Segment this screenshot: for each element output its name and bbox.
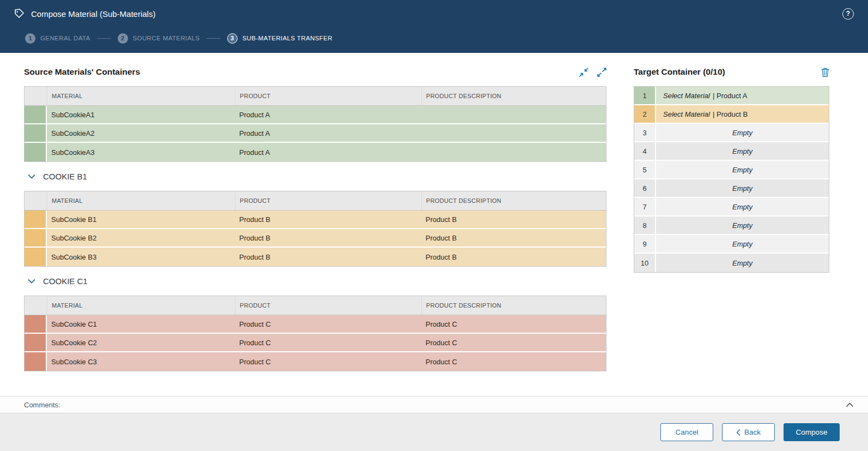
group-header-cookie-c1[interactable]: COOKIE C1	[24, 272, 606, 291]
cell-product: Product A	[235, 106, 421, 123]
group-header-cookie-b1[interactable]: COOKIE B1	[24, 167, 606, 186]
slot-content: Empty	[656, 179, 829, 197]
compose-button[interactable]: Compose	[784, 423, 840, 441]
target-slot[interactable]: 7 Empty	[634, 198, 829, 217]
cell-product: Product B	[235, 229, 421, 246]
slot-content: Empty	[656, 142, 829, 160]
target-slot[interactable]: 10 Empty	[634, 254, 829, 272]
source-row[interactable]: SubCookie C1 Product C Product C	[25, 315, 606, 334]
slot-content: Empty	[656, 254, 829, 272]
row-color-swatch	[25, 143, 47, 161]
table-header-row: MATERIAL PRODUCT PRODUCT DESCRIPTION	[25, 191, 606, 211]
slot-number: 4	[634, 142, 656, 160]
target-slot[interactable]: 4 Empty	[634, 142, 829, 161]
target-slot[interactable]: 8 Empty	[634, 217, 829, 235]
cell-product: Product C	[235, 315, 421, 333]
source-row[interactable]: SubCookie B1 Product B Product B	[25, 211, 606, 229]
slot-number: 7	[634, 198, 656, 215]
cell-material: SubCookie B2	[47, 229, 235, 246]
target-container-table: 1 Select Material | Product A 2 Select M…	[634, 86, 829, 273]
target-slot[interactable]: 2 Select Material | Product B	[634, 105, 829, 124]
back-button-label: Back	[744, 428, 761, 436]
step-3-label: SUB-MATERIALS TRANSFER	[242, 35, 333, 41]
step-2-circle: 2	[118, 33, 128, 44]
column-header-product-description: PRODUCT DESCRIPTION	[421, 296, 606, 315]
slot-number: 9	[634, 235, 656, 252]
cancel-button[interactable]: Cancel	[660, 423, 713, 441]
compose-material-window: Compose Material (Sub-Materials) ? 1 GEN…	[0, 0, 868, 451]
cell-product-description	[421, 124, 606, 142]
slot-number: 3	[634, 124, 656, 141]
trash-icon[interactable]	[821, 68, 829, 77]
source-table-cookie-c1: MATERIAL PRODUCT PRODUCT DESCRIPTION Sub…	[24, 296, 606, 371]
slot-number: 10	[634, 254, 656, 272]
step-sub-materials-transfer[interactable]: 3 SUB-MATERIALS TRANSFER	[227, 33, 333, 44]
column-header-product: PRODUCT	[235, 296, 421, 315]
source-panel-actions	[579, 68, 606, 77]
slot-content: Empty	[656, 217, 829, 234]
cell-product-description: Product B	[421, 211, 606, 228]
column-header-product-description: PRODUCT DESCRIPTION	[421, 87, 606, 105]
row-color-swatch	[25, 315, 47, 333]
collapse-all-icon[interactable]	[579, 68, 588, 77]
row-color-swatch	[25, 352, 47, 371]
chevron-down-icon	[27, 172, 36, 181]
source-table-cookie-b1: MATERIAL PRODUCT PRODUCT DESCRIPTION Sub…	[24, 191, 606, 267]
column-header-material: MATERIAL	[47, 296, 235, 315]
cell-product: Product B	[235, 211, 421, 228]
source-row[interactable]: SubCookieA1 Product A	[25, 106, 606, 124]
back-button[interactable]: Back	[722, 423, 775, 441]
chevron-up-icon[interactable]	[846, 401, 854, 408]
cell-product-description: Product B	[421, 229, 606, 246]
row-color-swatch	[25, 334, 47, 351]
slot-placeholder[interactable]: Select Material	[663, 110, 710, 118]
target-slot[interactable]: 5 Empty	[634, 161, 829, 179]
slot-number: 2	[634, 105, 656, 123]
column-header-material: MATERIAL	[47, 191, 235, 210]
slot-content: Empty	[656, 124, 829, 141]
slot-content: Select Material | Product B	[656, 105, 829, 123]
expand-all-icon[interactable]	[597, 68, 606, 77]
help-glyph: ?	[846, 10, 850, 17]
step-1-label: GENERAL DATA	[40, 35, 90, 41]
row-color-swatch	[25, 211, 47, 228]
source-row[interactable]: SubCookieA3 Product A	[25, 143, 606, 161]
target-slot[interactable]: 1 Select Material | Product A	[634, 87, 829, 105]
source-row[interactable]: SubCookie B3 Product B Product B	[25, 248, 606, 266]
slot-number: 5	[634, 161, 656, 178]
cell-material: SubCookieA2	[47, 124, 235, 142]
source-row[interactable]: SubCookie C2 Product C Product C	[25, 334, 606, 352]
help-icon[interactable]: ?	[842, 8, 854, 20]
group-title: COOKIE C1	[43, 276, 88, 286]
step-general-data[interactable]: 1 GENERAL DATA	[25, 33, 90, 44]
main-content: Source Materials' Containers MATERIAL PR…	[0, 53, 868, 396]
source-materials-panel: Source Materials' Containers MATERIAL PR…	[24, 65, 606, 371]
group-title: COOKIE B1	[43, 172, 87, 181]
slot-content: Empty	[656, 161, 829, 178]
cell-product-description	[421, 143, 606, 161]
source-panel-head: Source Materials' Containers	[24, 65, 606, 79]
target-panel-head: Target Container (0/10)	[634, 65, 829, 79]
target-slot[interactable]: 6 Empty	[634, 179, 829, 198]
cell-material: SubCookie C2	[47, 334, 235, 351]
step-source-materials[interactable]: 2 SOURCE MATERIALS	[118, 33, 200, 44]
target-slot[interactable]: 3 Empty	[634, 124, 829, 142]
source-row[interactable]: SubCookie B2 Product B Product B	[25, 229, 606, 248]
source-row[interactable]: SubCookie C3 Product C Product C	[25, 352, 606, 371]
cell-product-description: Product B	[421, 248, 606, 266]
target-slot[interactable]: 9 Empty	[634, 235, 829, 254]
step-3-circle: 3	[227, 33, 238, 44]
footer: Cancel Back Compose	[0, 413, 868, 451]
cell-material: SubCookie B1	[47, 211, 235, 228]
slot-number: 1	[634, 87, 656, 104]
slot-content: Empty	[656, 235, 829, 252]
slot-content: Select Material | Product A	[656, 87, 829, 104]
target-panel-title: Target Container (0/10)	[634, 67, 725, 77]
source-row[interactable]: SubCookieA2 Product A	[25, 124, 606, 143]
column-header-product: PRODUCT	[235, 87, 421, 105]
column-header-material: MATERIAL	[47, 87, 235, 105]
cell-product-description: Product C	[421, 315, 606, 333]
slot-placeholder[interactable]: Select Material	[663, 92, 710, 100]
cell-product-description	[421, 106, 606, 123]
comments-bar[interactable]: Comments:	[0, 396, 868, 413]
